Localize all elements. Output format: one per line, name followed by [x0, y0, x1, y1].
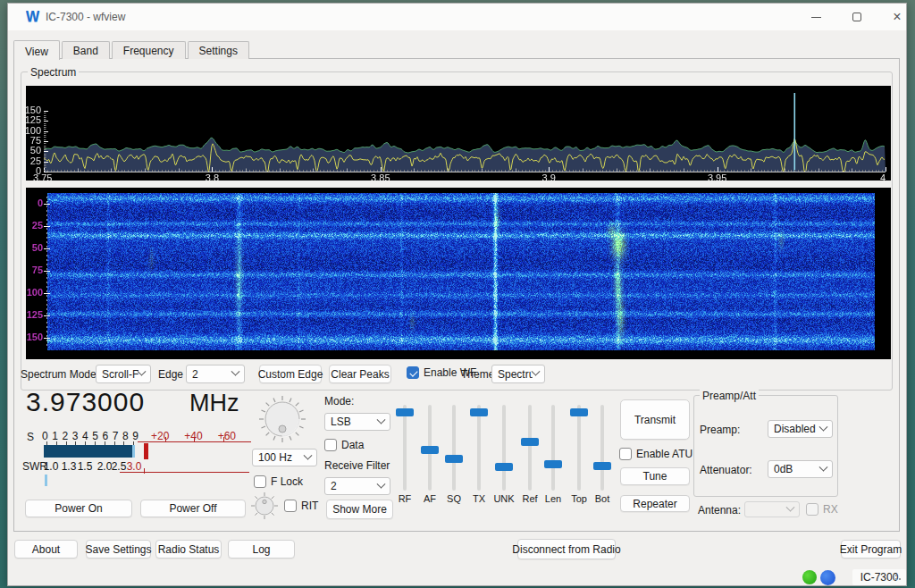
minimize-icon	[811, 17, 821, 18]
mode-select[interactable]: LSB	[324, 413, 390, 431]
slider-af[interactable]: AF	[418, 402, 441, 508]
tab-band[interactable]: Band	[62, 41, 110, 59]
about-button[interactable]: About	[14, 540, 78, 559]
custom-edge-button[interactable]: Custom Edge	[259, 365, 322, 383]
tuning-knob[interactable]	[257, 394, 307, 444]
data-mode-checkbox[interactable]: Data	[324, 439, 364, 451]
slider-handle[interactable]	[593, 462, 611, 470]
radio-status-button[interactable]: Radio Status	[155, 540, 222, 559]
preamp-att-groupbox	[693, 395, 838, 497]
chevron-down-icon	[377, 479, 386, 488]
slider-track	[600, 405, 604, 491]
preamp-att-group-label: Preamp/Att	[700, 390, 759, 402]
slider-handle[interactable]	[470, 408, 488, 416]
spectrum-mode-label: Spectrum Mode:	[21, 368, 99, 381]
rx-antenna-checkbox[interactable]: RX	[806, 503, 838, 516]
checkbox-icon	[284, 500, 297, 512]
resize-grip[interactable]	[894, 574, 903, 583]
slider-label: TX	[467, 493, 491, 504]
slider-handle[interactable]	[396, 408, 414, 416]
slider-rf[interactable]: RF	[393, 402, 416, 508]
spectrum-plot[interactable]	[26, 86, 891, 181]
theme-select[interactable]: Spectrum	[491, 365, 545, 383]
power-on-button[interactable]: Power On	[25, 500, 132, 517]
slider-top[interactable]: Top	[567, 402, 591, 508]
enable-atu-checkbox[interactable]: Enable ATU	[619, 448, 693, 460]
attenuator-select[interactable]: 0dB	[768, 460, 833, 478]
log-button[interactable]: Log	[228, 540, 295, 559]
slider-handle[interactable]	[495, 463, 513, 471]
slider-track	[403, 405, 407, 491]
slider-sq[interactable]: SQ	[442, 402, 466, 508]
spectrum-mode-select[interactable]: Scroll-F	[96, 365, 151, 383]
s-scale-red-digit: +20	[151, 430, 169, 442]
preamp-select[interactable]: Disabled	[768, 420, 833, 438]
antenna-label: Antenna:	[698, 504, 741, 517]
checkbox-icon	[619, 448, 632, 460]
close-button[interactable]: ×	[879, 4, 915, 30]
exit-program-button[interactable]: Exit Program	[841, 540, 901, 559]
f-lock-checkbox[interactable]: F Lock	[254, 475, 303, 488]
knob-dimple	[263, 500, 266, 503]
chevron-down-icon	[532, 367, 541, 376]
save-settings-button[interactable]: Save Settings	[86, 540, 151, 559]
receive-filter-select[interactable]: 2	[324, 477, 390, 495]
mode-label: Mode:	[324, 395, 354, 407]
maximize-button[interactable]	[839, 4, 875, 30]
checkbox-checked-icon	[407, 366, 419, 379]
frequency-display[interactable]: 3.973000	[26, 387, 145, 417]
disconnect-button[interactable]: Disconnect from Radio	[517, 539, 616, 559]
power-off-button[interactable]: Power Off	[140, 500, 246, 517]
slider-label: SQ	[442, 493, 466, 504]
receive-filter-label: Receive Filter	[324, 459, 390, 472]
tab-frequency[interactable]: Frequency	[112, 41, 186, 59]
s-meter-label: S	[27, 431, 34, 443]
close-icon: ×	[893, 10, 901, 24]
slider-handle[interactable]	[445, 455, 463, 463]
slider-handle[interactable]	[570, 408, 588, 416]
repeater-button[interactable]: Repeater	[620, 495, 690, 512]
slider-tx[interactable]: TX	[467, 402, 491, 508]
slider-unk[interactable]: UNK	[492, 402, 516, 508]
swr-red-tick	[144, 468, 145, 474]
s-meter-peak-marker	[132, 445, 135, 458]
transmit-button[interactable]: Transmit	[620, 399, 690, 440]
tuning-step-select[interactable]: 100 Hz	[252, 449, 317, 466]
rit-knob[interactable]	[250, 491, 279, 520]
slider-track	[477, 405, 481, 491]
clear-peaks-button[interactable]: Clear Peaks	[329, 365, 391, 383]
slider-track	[551, 405, 555, 491]
tab-view[interactable]: View	[13, 40, 60, 60]
swr-scale-digit: 2.5	[112, 460, 127, 473]
slider-handle[interactable]	[544, 460, 562, 468]
tab-bar: View Band Frequency Settings	[13, 39, 251, 59]
slider-label: Bot	[591, 493, 614, 504]
slider-handle[interactable]	[421, 446, 439, 454]
rit-checkbox[interactable]: RIT	[284, 500, 318, 512]
slider-handle[interactable]	[521, 438, 539, 446]
slider-ref[interactable]: Ref	[518, 402, 541, 508]
s-scale-digit: 0	[42, 430, 48, 442]
show-more-button[interactable]: Show More	[326, 500, 393, 519]
antenna-select[interactable]	[744, 501, 800, 517]
title-bar[interactable]: W IC-7300 - wfview ×	[8, 4, 906, 30]
s-meter-overrange-mark	[144, 443, 148, 459]
chevron-down-icon	[819, 422, 828, 431]
rx-status-indicator	[802, 570, 817, 584]
s-scale-red-digit: +60	[218, 430, 236, 442]
slider-len[interactable]: Len	[541, 402, 565, 508]
tab-settings[interactable]: Settings	[188, 41, 249, 59]
chevron-down-icon	[231, 367, 240, 376]
swr-scale-digit: 1.3	[62, 460, 77, 473]
swr-scale-digit: 1.5	[78, 460, 93, 473]
s-scale-digit: 1	[52, 430, 58, 442]
minimize-button[interactable]	[798, 4, 834, 30]
chevron-down-icon	[786, 502, 795, 511]
waterfall-display[interactable]	[26, 188, 891, 359]
edge-select[interactable]: 2	[186, 365, 245, 383]
chevron-down-icon	[377, 415, 386, 424]
slider-bot[interactable]: Bot	[591, 402, 614, 508]
slider-track	[452, 405, 456, 491]
maximize-icon	[852, 13, 861, 21]
tune-button[interactable]: Tune	[620, 467, 690, 485]
